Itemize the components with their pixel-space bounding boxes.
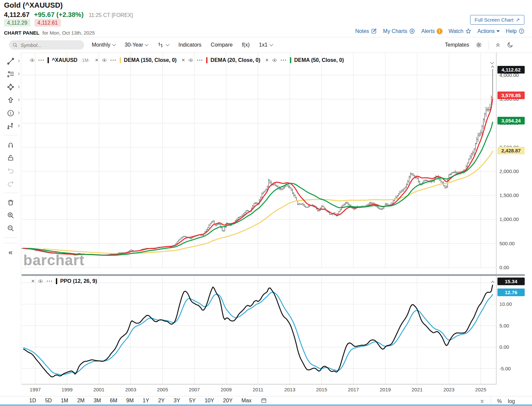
eye-icon[interactable] xyxy=(101,58,107,63)
range-button-1d[interactable]: 1D xyxy=(29,398,36,404)
range-button-10y[interactable]: 10Y xyxy=(204,398,214,404)
functions-menu[interactable]: f(x) xyxy=(242,42,250,48)
annotation-icon: 1 xyxy=(7,109,15,117)
ppo-badge-1: 12.76 xyxy=(497,289,525,296)
shapes-tool-button[interactable] xyxy=(0,81,21,94)
study-options-icon[interactable]: ··· xyxy=(47,278,53,284)
fullscreen-chart-label: Full Screen Chart xyxy=(474,17,513,23)
frequency-menu[interactable]: Monthly xyxy=(92,42,115,48)
range-button-max[interactable]: Max xyxy=(241,398,251,404)
range-button-5y[interactable]: 5Y xyxy=(189,398,196,404)
annotation-tool-button[interactable]: 1 xyxy=(0,106,21,119)
panel-date: for Mon, Oct 13th, 2025 xyxy=(43,30,95,36)
pane-divider[interactable] xyxy=(22,274,525,276)
bar-style-menu[interactable] xyxy=(157,42,169,48)
range-button-1m[interactable]: 1M xyxy=(61,398,68,404)
remove-study-icon[interactable]: × xyxy=(31,278,35,285)
zoom-out-icon xyxy=(7,224,15,232)
collapse-panel-icon[interactable] xyxy=(479,399,485,404)
chevron-right-icon xyxy=(17,73,19,75)
external-arrow-icon: ↗ xyxy=(516,17,520,23)
range-button-1y[interactable]: 1Y xyxy=(143,398,149,404)
header-link-help[interactable]: Help? xyxy=(506,28,525,34)
panel-caption: CHART PANEL for Mon, Oct 13th, 2025 xyxy=(4,30,95,36)
study-label-1: DEMA (20, Close, 0) xyxy=(210,57,260,63)
moon-icon[interactable] xyxy=(507,42,513,48)
ppo-tick: -5.00 xyxy=(499,366,525,371)
zoom-in-tool-button[interactable] xyxy=(0,209,21,222)
price-chart[interactable] xyxy=(22,53,496,276)
year-label: 2017 xyxy=(343,387,363,392)
eye-icon[interactable] xyxy=(272,58,278,63)
undo-tool-button[interactable] xyxy=(0,164,21,177)
fibonacci-tool-button[interactable] xyxy=(0,68,21,81)
divider xyxy=(488,41,489,49)
fibonacci-icon xyxy=(7,70,15,78)
quote-row: 4,112.29 4,112.61 xyxy=(4,20,61,26)
fullscreen-chart-button[interactable]: Full Screen Chart ↗ xyxy=(470,15,524,25)
collapse-up-icon[interactable] xyxy=(495,42,501,48)
trendline-tool-button[interactable] xyxy=(0,55,21,68)
compare-menu[interactable]: Compare xyxy=(211,42,233,48)
ppo-chart[interactable] xyxy=(22,276,496,384)
log-scale-button[interactable]: log xyxy=(508,398,515,404)
gear-icon[interactable] xyxy=(475,42,482,48)
magnet-tool-button[interactable] xyxy=(0,138,21,151)
indicators-menu[interactable]: Indicators xyxy=(178,42,201,48)
eye-icon[interactable] xyxy=(29,58,35,63)
search-icon xyxy=(12,42,18,48)
overlay-badge-0: 2,428.87 xyxy=(497,147,525,154)
eye-icon[interactable] xyxy=(188,58,194,63)
study-options-icon[interactable]: ··· xyxy=(110,57,117,63)
range-button-9m[interactable]: 9M xyxy=(126,398,134,404)
unlock-tool-button[interactable] xyxy=(0,151,21,164)
header-link-notes[interactable]: Notes xyxy=(355,28,377,34)
grid-layout-menu[interactable]: 1x1 xyxy=(259,42,273,48)
measure-tool-button[interactable] xyxy=(0,119,21,132)
range-button-2m[interactable]: 2M xyxy=(77,398,84,404)
separator xyxy=(4,135,18,135)
year-label: 1997 xyxy=(25,387,45,392)
range-button-3y[interactable]: 3Y xyxy=(174,398,180,404)
percent-scale-button[interactable]: % xyxy=(497,398,502,404)
chevron-right-icon xyxy=(17,124,19,127)
arrow-tool-button[interactable] xyxy=(0,94,21,106)
chart-toolbar: Monthly30-YearIndicatorsComparef(x)1x1 T… xyxy=(0,37,532,53)
header-link-actions[interactable]: Actions xyxy=(477,28,500,34)
drawing-tools-sidebar: 1« xyxy=(0,53,21,384)
header-link-my-charts[interactable]: My Charts xyxy=(383,28,415,34)
range-button-2y[interactable]: 2Y xyxy=(158,398,165,404)
study-options-icon[interactable]: ··· xyxy=(38,57,45,63)
trash-tool-button[interactable] xyxy=(0,196,21,209)
eye-icon[interactable] xyxy=(38,279,44,284)
search-input[interactable] xyxy=(20,42,81,48)
range-buttons: 1D5D1M2M3M6M9M1Y2Y3Y5Y10Y20YMax xyxy=(29,397,267,404)
calendar-icon[interactable] xyxy=(261,397,267,404)
templates-menu[interactable]: Templates xyxy=(445,42,469,48)
zoom-out-tool-button[interactable] xyxy=(0,222,21,235)
color-swatch xyxy=(120,57,121,63)
last-price-badge: 4,112.62 xyxy=(497,66,525,74)
redo-tool-button[interactable] xyxy=(0,177,21,190)
symbol-search[interactable] xyxy=(9,40,84,50)
legend-collapse-icon[interactable] xyxy=(488,59,493,65)
svg-text:?: ? xyxy=(521,30,522,33)
range-button-6m[interactable]: 6M xyxy=(110,398,117,404)
study-options-icon[interactable]: ··· xyxy=(281,57,287,63)
chevron-down-icon xyxy=(145,42,149,46)
help-icon: ? xyxy=(518,28,525,34)
range-button-20y[interactable]: 20Y xyxy=(223,398,232,404)
remove-study-icon[interactable]: × xyxy=(265,57,269,64)
zoom-in-icon xyxy=(7,211,15,219)
header-link-watch[interactable]: Watch xyxy=(449,28,471,34)
header-link-alerts[interactable]: Alerts! xyxy=(421,28,443,34)
remove-study-icon[interactable]: × xyxy=(182,57,185,64)
sidebar-collapse-button[interactable]: « xyxy=(0,246,21,259)
study-options-icon[interactable]: ··· xyxy=(197,57,203,63)
range-button-5d[interactable]: 5D xyxy=(45,398,52,404)
year-label: 2025 xyxy=(471,387,491,392)
range-button-3m[interactable]: 3M xyxy=(93,398,101,404)
remove-study-icon[interactable]: × xyxy=(95,57,98,64)
link-label: Watch xyxy=(449,28,464,34)
range-menu[interactable]: 30-Year xyxy=(125,42,148,48)
